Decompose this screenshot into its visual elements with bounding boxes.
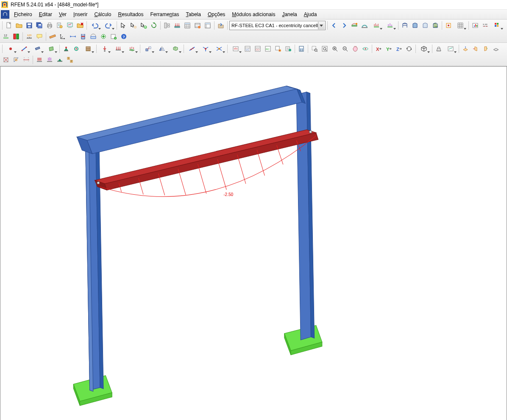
clip-button[interactable]	[88, 31, 98, 42]
navigator-button[interactable]	[203, 20, 213, 31]
table-button[interactable]	[182, 20, 192, 31]
extrude-button[interactable]	[169, 44, 182, 54]
show-supports-button[interactable]	[55, 55, 65, 65]
snap-button[interactable]	[443, 20, 454, 31]
project-manager-button[interactable]	[216, 20, 226, 31]
print-graphic-button[interactable]	[65, 20, 75, 31]
rendering-solid-button[interactable]	[410, 20, 420, 31]
show-results-button[interactable]	[349, 20, 359, 31]
iso-view-button[interactable]	[417, 44, 431, 54]
new-hinge-button[interactable]	[71, 44, 81, 54]
perspective-button[interactable]	[434, 44, 444, 54]
nodal-load-button[interactable]	[98, 44, 111, 54]
grid-button[interactable]	[454, 20, 467, 31]
menu-calculo[interactable]: Cálculo	[91, 11, 114, 18]
rendering-transparent-button[interactable]	[420, 20, 430, 31]
menu-janela[interactable]: Janela	[279, 11, 300, 18]
next-case-button[interactable]	[339, 20, 349, 31]
help-button[interactable]: ?	[119, 31, 129, 42]
open-button[interactable]	[14, 20, 24, 31]
module-combo[interactable]: RF-STEEL EC3 CA1 - eccentricity cancell	[229, 21, 326, 30]
menu-tabela[interactable]: Tabela	[183, 11, 204, 18]
line-load-button[interactable]	[111, 44, 125, 54]
calc-params-button[interactable]	[283, 44, 293, 54]
divide-line-button[interactable]	[185, 44, 199, 54]
move-button[interactable]	[142, 44, 155, 54]
menu-inserir[interactable]: Inserir	[70, 11, 91, 18]
show-loads-free-button[interactable]	[45, 55, 55, 65]
named-views-button[interactable]	[444, 44, 457, 54]
osnap-button[interactable]	[11, 55, 21, 65]
display-properties-button[interactable]	[470, 20, 480, 31]
module-open-button[interactable]	[109, 31, 119, 42]
grid-settings-button[interactable]	[491, 44, 501, 54]
close-button[interactable]	[75, 20, 85, 31]
control-box-icon[interactable]	[1, 10, 9, 19]
colors-button[interactable]	[490, 20, 504, 31]
new-material-button[interactable]	[81, 44, 95, 54]
menu-ferramentas[interactable]: Ferramentas	[147, 11, 183, 18]
rotate-button[interactable]	[360, 44, 370, 54]
surface-load-button[interactable]	[125, 44, 139, 54]
select-special-button[interactable]: +	[139, 20, 149, 31]
pan-button[interactable]	[350, 44, 360, 54]
new-support-button[interactable]	[61, 44, 71, 54]
menu-opcoes[interactable]: Opções	[204, 11, 228, 18]
show-loads-button[interactable]	[34, 55, 45, 65]
print-report-button[interactable]	[55, 20, 65, 31]
model-data-button[interactable]	[162, 20, 172, 31]
view-x-button[interactable]: X	[373, 44, 384, 54]
guidelines-button[interactable]	[21, 55, 31, 65]
measure-button[interactable]	[47, 31, 58, 42]
menu-resultados[interactable]: Resultados	[114, 11, 147, 18]
calculate-button[interactable]	[296, 44, 306, 54]
loadcases-button[interactable]: LC	[242, 44, 253, 54]
select-graphically-button[interactable]	[128, 20, 139, 31]
refresh-button[interactable]	[149, 20, 159, 31]
zoom-window-button[interactable]	[309, 44, 320, 54]
generate-combos-button[interactable]	[273, 44, 283, 54]
show-numbering-button[interactable]: 12	[65, 55, 75, 65]
imperfection-button[interactable]	[192, 20, 203, 31]
save-button[interactable]	[24, 20, 34, 31]
xxx-label-button[interactable]: x.xx	[480, 20, 490, 31]
view-z-button[interactable]: Z	[394, 44, 404, 54]
redo-button[interactable]	[102, 20, 115, 31]
result-diagrams-button[interactable]	[370, 20, 383, 31]
combo-dropdown-button[interactable]	[318, 22, 325, 29]
view-y-button[interactable]: Y	[384, 44, 394, 54]
menu-ajuda[interactable]: Ajuda	[301, 11, 320, 18]
new-node-button[interactable]	[4, 44, 17, 54]
menu-ver[interactable]: Ver	[56, 11, 70, 18]
workplane-yz-button[interactable]	[471, 44, 481, 54]
result-values-button[interactable]	[383, 20, 397, 31]
new-line-button[interactable]	[17, 44, 31, 54]
intersect-button[interactable]	[212, 44, 226, 54]
workplane-xz-button[interactable]	[481, 44, 491, 54]
workplane-xy-button[interactable]	[460, 44, 471, 54]
deformation-button[interactable]	[359, 20, 370, 31]
connect-button[interactable]	[199, 44, 212, 54]
new-surface-button[interactable]	[45, 44, 58, 54]
results-panel-button[interactable]	[11, 31, 21, 42]
new-button[interactable]	[4, 20, 14, 31]
section-button[interactable]	[78, 31, 88, 42]
print-button[interactable]	[45, 20, 55, 31]
model-viewport[interactable]: -2.50	[0, 66, 507, 420]
select-button[interactable]	[118, 20, 128, 31]
undo-button[interactable]	[88, 20, 102, 31]
new-member-button[interactable]	[31, 44, 45, 54]
edit-loads-button[interactable]	[229, 44, 242, 54]
zoom-out-button[interactable]	[340, 44, 350, 54]
zoom-all-button[interactable]	[320, 44, 330, 54]
menu-ficheiro[interactable]: FFicheiroicheiro	[11, 11, 36, 18]
combinations-button[interactable]: CO	[253, 44, 263, 54]
prev-case-button[interactable]	[329, 20, 339, 31]
load-data-button[interactable]	[172, 20, 182, 31]
save-all-button[interactable]	[34, 20, 45, 31]
result-combos-button[interactable]: RC	[263, 44, 273, 54]
generate-button[interactable]	[98, 31, 109, 42]
dimension-button[interactable]	[68, 31, 78, 42]
rendering-wire-button[interactable]	[400, 20, 410, 31]
comment-button[interactable]	[34, 31, 45, 42]
